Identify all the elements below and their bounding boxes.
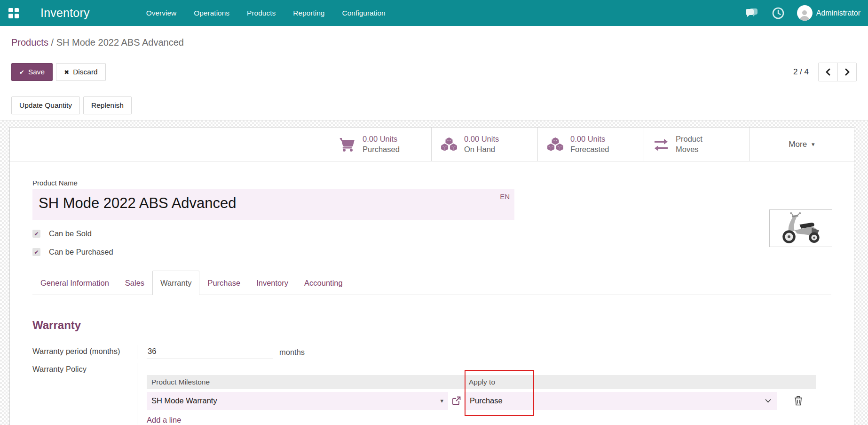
check-icon: ✔ <box>34 249 39 256</box>
open-record-external-link-icon[interactable] <box>448 396 464 405</box>
top-navbar: Inventory Overview Operations Products R… <box>0 0 868 26</box>
apps-menu-icon[interactable] <box>8 8 19 18</box>
user-name: Administrator <box>816 9 860 17</box>
navbar-right: Administrator <box>744 5 860 21</box>
product-name-label: Product Name <box>32 179 831 187</box>
odoo-inventory-page: Inventory Overview Operations Products R… <box>0 0 868 425</box>
can-be-sold-checkbox[interactable]: ✔ <box>32 230 40 238</box>
main-menu: Overview Operations Products Reporting C… <box>144 6 387 20</box>
select-chevron-icon <box>765 399 771 403</box>
can-be-sold-row: ✔ Can be Sold <box>32 229 831 238</box>
product-name-input[interactable]: SH Mode 2022 ABS Advanced EN <box>32 189 514 220</box>
apps-grid-square <box>8 14 13 18</box>
warranty-period-input[interactable] <box>147 346 273 359</box>
messages-icon[interactable] <box>744 6 759 21</box>
action-buttons-row: Update Quantity Replenish <box>0 96 868 120</box>
discard-button-label: Discard <box>73 68 98 76</box>
tab-purchase[interactable]: Purchase <box>199 271 248 295</box>
tab-sales[interactable]: Sales <box>117 271 152 295</box>
add-a-line-link[interactable]: Add a line <box>147 416 831 425</box>
table-row: SH Mode Warranty ▾ <box>147 390 816 411</box>
stat-value: Product <box>676 135 702 143</box>
stat-button-on-hand[interactable]: 0.00 Units On Hand <box>431 128 537 161</box>
form-sheet: 0.00 Units Purchased 0.00 Un <box>9 127 854 425</box>
product-name-value: SH Mode 2022 ABS Advanced <box>32 189 514 212</box>
breadcrumb-current: SH Mode 2022 ABS Advanced <box>56 37 184 48</box>
product-image[interactable] <box>769 209 832 247</box>
language-badge[interactable]: EN <box>500 192 510 200</box>
can-be-purchased-checkbox[interactable]: ✔ <box>32 248 40 256</box>
product-milestone-value: SH Mode Warranty <box>151 396 217 405</box>
can-be-purchased-row: ✔ Can be Purchased <box>32 248 831 257</box>
tab-general-information[interactable]: General Information <box>32 271 117 295</box>
warranty-policy-table: Product Milestone Apply to <box>147 375 816 411</box>
more-label: More <box>789 140 807 149</box>
form-fields: Product Name SH Mode 2022 ABS Advanced E… <box>10 161 854 425</box>
nav-item-products[interactable]: Products <box>245 6 277 20</box>
can-be-sold-label: Can be Sold <box>49 229 92 238</box>
apps-grid-square <box>8 8 13 13</box>
stat-value: 0.00 Units <box>464 135 499 143</box>
scooter-image <box>774 212 827 244</box>
delete-row-trash-icon[interactable] <box>781 396 816 406</box>
app-title[interactable]: Inventory <box>40 6 90 20</box>
stat-label: Forecasted <box>570 145 609 153</box>
record-pager: 2 / 4 <box>793 63 857 81</box>
check-icon: ✔ <box>19 69 24 75</box>
control-panel: Products / SH Mode 2022 ABS Advanced ✔ S… <box>0 26 868 120</box>
tab-accounting[interactable]: Accounting <box>296 271 351 295</box>
pager-count: 2 / 4 <box>793 67 809 77</box>
breadcrumb-separator: / <box>51 37 54 48</box>
breadcrumb-parent-link[interactable]: Products <box>11 37 48 48</box>
nav-item-operations[interactable]: Operations <box>192 6 231 20</box>
pager-next-button[interactable] <box>837 63 856 81</box>
save-button[interactable]: ✔ Save <box>11 63 53 81</box>
activities-clock-icon[interactable] <box>771 6 786 21</box>
stat-label: Purchased <box>363 145 400 153</box>
apply-to-value: Purchase <box>470 396 503 405</box>
close-icon: ✖ <box>64 69 69 75</box>
product-milestone-field[interactable]: SH Mode Warranty ▾ <box>147 392 448 410</box>
warranty-policy-label: Warranty Policy <box>32 363 137 425</box>
discard-button[interactable]: ✖ Discard <box>56 63 105 81</box>
nav-item-configuration[interactable]: Configuration <box>340 6 387 20</box>
stat-value: 0.00 Units <box>570 135 605 143</box>
control-panel-buttons: ✔ Save ✖ Discard 2 / 4 <box>0 63 868 81</box>
warranty-section-title: Warranty <box>32 319 831 332</box>
stat-button-purchased[interactable]: 0.00 Units Purchased <box>330 128 431 161</box>
nav-item-reporting[interactable]: Reporting <box>291 6 326 20</box>
apps-grid-square <box>15 14 19 18</box>
tab-warranty[interactable]: Warranty <box>152 271 199 295</box>
tab-inventory[interactable]: Inventory <box>248 271 296 295</box>
cubes-icon <box>440 137 458 152</box>
column-header-apply-to[interactable]: Apply to <box>464 375 781 390</box>
exchange-arrows-icon <box>653 138 670 151</box>
user-avatar <box>797 5 813 21</box>
save-button-label: Save <box>28 68 45 76</box>
stat-button-bar: 0.00 Units Purchased 0.00 Un <box>10 128 854 161</box>
stat-value: 0.00 Units <box>363 135 397 143</box>
column-header-actions <box>781 375 816 390</box>
column-header-product-milestone[interactable]: Product Milestone <box>147 375 464 390</box>
shopping-cart-icon <box>339 137 356 152</box>
warranty-period-label: Warranty period (months) <box>32 345 137 359</box>
check-icon: ✔ <box>34 231 39 237</box>
chevron-right-icon <box>844 68 851 76</box>
stat-label: Moves <box>676 145 699 153</box>
more-dropdown-button[interactable]: More ▾ <box>749 128 854 161</box>
warranty-policy-row: Warranty Policy Product Milestone Apply … <box>32 363 831 425</box>
cubes-icon <box>546 137 564 152</box>
form-view-background: 0.00 Units Purchased 0.00 Un <box>0 120 868 425</box>
apps-grid-square <box>15 8 19 13</box>
notebook-tabs: General Information Sales Warranty Purch… <box>32 271 831 295</box>
stat-button-forecasted[interactable]: 0.00 Units Forecasted <box>537 128 644 161</box>
replenish-button[interactable]: Replenish <box>83 96 132 114</box>
update-quantity-button[interactable]: Update Quantity <box>11 96 80 114</box>
apply-to-select[interactable]: Purchase <box>464 392 777 410</box>
stat-button-product-moves[interactable]: Product Moves <box>644 128 749 161</box>
pager-previous-button[interactable] <box>819 63 837 81</box>
warranty-period-unit: months <box>279 346 305 357</box>
breadcrumb: Products / SH Mode 2022 ABS Advanced <box>0 26 868 48</box>
nav-item-overview[interactable]: Overview <box>144 6 179 20</box>
user-menu[interactable]: Administrator <box>797 5 860 21</box>
